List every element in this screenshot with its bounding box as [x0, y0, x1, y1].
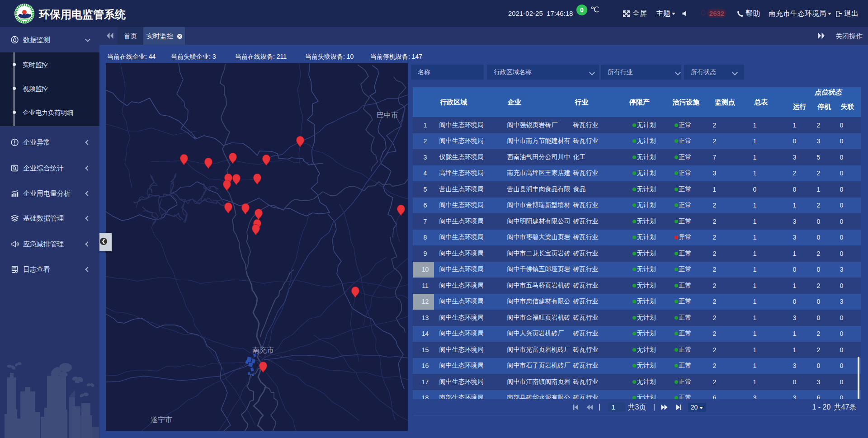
svg-text:巴中市: 巴中市 [377, 111, 398, 119]
svg-text:南充市: 南充市 [252, 346, 274, 354]
svg-text:遂宁市: 遂宁市 [151, 416, 172, 424]
